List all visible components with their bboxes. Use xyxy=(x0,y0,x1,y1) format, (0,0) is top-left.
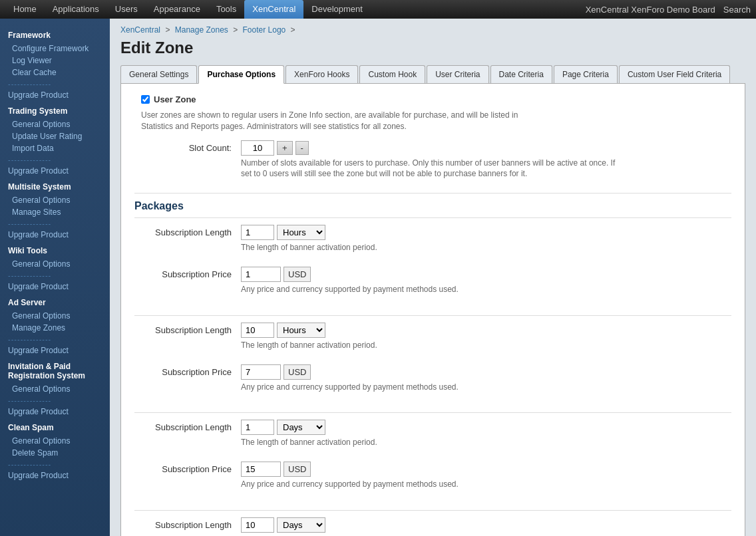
package-2-unit-select[interactable]: Hours Days Weeks Months xyxy=(277,323,325,338)
sidebar-upgrade-trading[interactable]: Upgrade Product xyxy=(0,165,110,177)
search-icon[interactable]: Search xyxy=(723,5,751,15)
sidebar-title-adserver: Ad Server xyxy=(0,293,110,310)
package-1-unit-select[interactable]: Hours Days Weeks Months xyxy=(277,225,325,240)
tab-general-settings[interactable]: General Settings xyxy=(120,65,197,83)
packages-title: Packages xyxy=(134,193,731,217)
tab-purchase-options[interactable]: Purchase Options xyxy=(198,65,284,84)
package-2-currency: USD xyxy=(284,364,311,380)
sidebar-link-manage-zones[interactable]: Manage Zones xyxy=(0,322,110,334)
sidebar-link-configure-framework[interactable]: Configure Framework xyxy=(0,43,110,55)
sidebar-link-trading-general[interactable]: General Options xyxy=(0,118,110,130)
package-1-length-row: Subscription Length Hours Days Weeks Mon… xyxy=(134,225,731,260)
package-3: Subscription Length Hours Days Weeks Mon… xyxy=(134,412,731,510)
sidebar-link-adserver-general[interactable]: General Options xyxy=(0,310,110,322)
nav-development[interactable]: Development xyxy=(303,0,371,19)
main-content: XenCentral > Manage Zones > Footer Logo … xyxy=(110,19,756,536)
sidebar-link-wiki-general[interactable]: General Options xyxy=(0,258,110,270)
slot-count-increment[interactable]: + xyxy=(277,141,293,155)
breadcrumb: XenCentral > Manage Zones > Footer Logo … xyxy=(120,25,745,35)
user-zone-help: User zones are shown to regular users in… xyxy=(141,110,527,132)
package-2-length-label: Subscription Length xyxy=(134,323,241,335)
package-3-price-help: Any price and currency supported by paym… xyxy=(241,479,627,490)
slot-count-input[interactable] xyxy=(241,140,274,156)
package-1-length-label: Subscription Length xyxy=(134,225,241,237)
tab-xenforo-hooks[interactable]: XenForo Hooks xyxy=(285,65,358,83)
sidebar-section-wiki: Wiki Tools General Options -------------… xyxy=(0,241,110,293)
package-4-unit-select[interactable]: Hours Days Weeks Months xyxy=(277,517,325,533)
sidebar-divider-2: -------------- xyxy=(0,154,110,165)
package-4-length-row: Subscription Length Hours Days Weeks Mon… xyxy=(134,517,731,536)
sidebar-link-manage-sites[interactable]: Manage Sites xyxy=(0,206,110,218)
package-2-price-row: Subscription Price USD Any price and cur… xyxy=(134,364,731,400)
sidebar-divider-1: -------------- xyxy=(0,78,110,89)
breadcrumb-manage-zones[interactable]: Manage Zones xyxy=(175,25,228,35)
sidebar-link-invitation-general[interactable]: General Options xyxy=(0,383,110,395)
sidebar-upgrade-wiki[interactable]: Upgrade Product xyxy=(0,281,110,293)
package-3-unit-select[interactable]: Hours Days Weeks Months xyxy=(277,420,325,435)
tab-custom-hook[interactable]: Custom Hook xyxy=(359,65,425,83)
sidebar-title-invitation: Invitation & PaidRegistration System xyxy=(0,356,110,383)
nav-xencentral[interactable]: XenCentral xyxy=(244,0,303,19)
breadcrumb-sep-1: > xyxy=(165,25,170,35)
package-2-length-row: Subscription Length Hours Days Weeks Mon… xyxy=(134,323,731,358)
package-1-price-label: Subscription Price xyxy=(134,267,241,279)
sidebar-upgrade-invitation[interactable]: Upgrade Product xyxy=(0,406,110,418)
sidebar: Framework Configure Framework Log Viewer… xyxy=(0,19,110,536)
tab-bar: General Settings Purchase Options XenFor… xyxy=(120,65,745,84)
tab-user-criteria[interactable]: User Criteria xyxy=(427,65,488,83)
package-2-price-input[interactable] xyxy=(241,364,281,380)
package-1-price-help: Any price and currency supported by paym… xyxy=(241,284,627,295)
sidebar-link-update-user-rating[interactable]: Update User Rating xyxy=(0,130,110,142)
sidebar-upgrade-adserver[interactable]: Upgrade Product xyxy=(0,344,110,356)
nav-tools[interactable]: Tools xyxy=(208,0,244,19)
tab-page-criteria[interactable]: Page Criteria xyxy=(554,65,618,83)
sidebar-title-framework: Framework xyxy=(0,25,110,43)
slot-count-content: + - Number of slots available for users … xyxy=(241,140,731,180)
sidebar-divider-4: -------------- xyxy=(0,270,110,281)
nav-users[interactable]: Users xyxy=(107,0,146,19)
package-1-length-help: The length of banner activation period. xyxy=(241,242,627,253)
breadcrumb-sep-3: > xyxy=(291,25,295,35)
tab-date-criteria[interactable]: Date Criteria xyxy=(490,65,552,83)
sidebar-upgrade-multisite[interactable]: Upgrade Product xyxy=(0,229,110,241)
package-3-length-input[interactable] xyxy=(241,420,274,435)
nav-appearance[interactable]: Appearance xyxy=(146,0,208,19)
package-3-price-input[interactable] xyxy=(241,462,281,477)
sidebar-link-delete-spam[interactable]: Delete Spam xyxy=(0,447,110,459)
tab-custom-user-field-criteria[interactable]: Custom User Field Criteria xyxy=(619,65,730,83)
form-panel: User Zone User zones are shown to regula… xyxy=(120,84,745,536)
package-4-length-input[interactable] xyxy=(241,517,274,533)
package-1: Subscription Length Hours Days Weeks Mon… xyxy=(134,217,731,315)
package-3-currency: USD xyxy=(284,462,311,477)
sidebar-upgrade-framework[interactable]: Upgrade Product xyxy=(0,89,110,101)
package-3-length-label: Subscription Length xyxy=(134,420,241,432)
sidebar-link-clear-cache[interactable]: Clear Cache xyxy=(0,67,110,78)
package-2-length-input[interactable] xyxy=(241,323,274,338)
slot-count-decrement[interactable]: - xyxy=(295,141,309,155)
package-1-price-input[interactable] xyxy=(241,267,281,282)
sidebar-section-adserver: Ad Server General Options Manage Zones -… xyxy=(0,293,110,356)
user-zone-checkbox[interactable] xyxy=(141,95,150,104)
user-zone-label: User Zone xyxy=(154,94,196,104)
slot-count-help: Number of slots available for users to p… xyxy=(241,158,627,180)
sidebar-upgrade-cleanspam[interactable]: Upgrade Product xyxy=(0,469,110,481)
sidebar-link-import-data[interactable]: Import Data xyxy=(0,142,110,154)
nav-home[interactable]: Home xyxy=(5,0,45,19)
sidebar-link-multisite-general[interactable]: General Options xyxy=(0,194,110,206)
breadcrumb-xencentral[interactable]: XenCentral xyxy=(120,25,160,35)
package-3-length-row: Subscription Length Hours Days Weeks Mon… xyxy=(134,420,731,455)
package-1-price-row: Subscription Price USD Any price and cur… xyxy=(134,267,731,302)
package-1-length-input[interactable] xyxy=(241,225,274,240)
package-1-currency: USD xyxy=(284,267,311,282)
sidebar-divider-7: -------------- xyxy=(0,459,110,469)
package-3-length-help: The length of banner activation period. xyxy=(241,437,627,448)
sidebar-link-cleanspam-general[interactable]: General Options xyxy=(0,435,110,447)
package-2-price-help: Any price and currency supported by paym… xyxy=(241,382,627,393)
nav-applications[interactable]: Applications xyxy=(45,0,107,19)
sidebar-divider-3: -------------- xyxy=(0,218,110,229)
breadcrumb-footer-logo[interactable]: Footer Logo xyxy=(243,25,286,35)
sidebar-title-wiki: Wiki Tools xyxy=(0,241,110,258)
breadcrumb-sep-2: > xyxy=(233,25,238,35)
package-2: Subscription Length Hours Days Weeks Mon… xyxy=(134,315,731,413)
sidebar-link-log-viewer[interactable]: Log Viewer xyxy=(0,55,110,67)
